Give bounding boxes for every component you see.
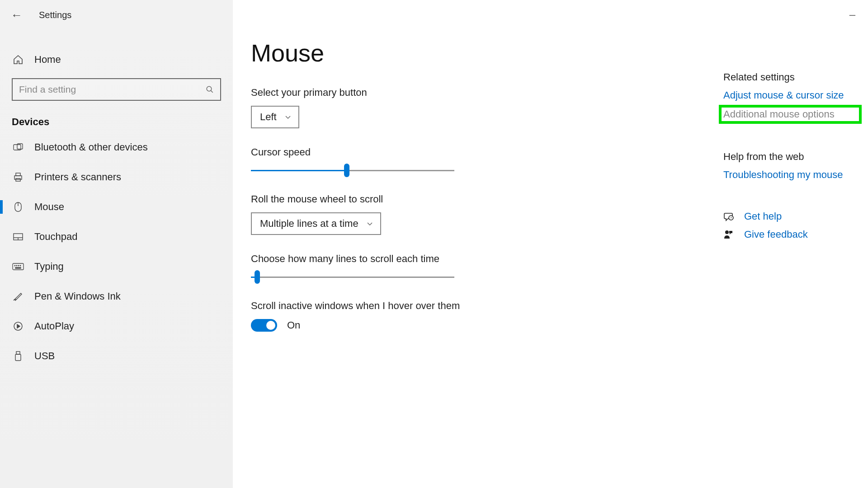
svg-point-14 [16,265,17,266]
sidebar-item-home[interactable]: Home [0,47,233,72]
sidebar-item-label: Bluetooth & other devices [34,141,148,153]
home-icon [12,54,24,65]
svg-text:?: ? [730,216,732,220]
get-help-label: Get help [744,211,782,222]
chevron-down-icon [367,221,373,226]
sidebar-item-label: Typing [34,261,64,272]
search-input-wrapper[interactable] [12,78,221,101]
svg-rect-17 [15,267,21,268]
usb-icon [12,351,24,361]
svg-point-15 [18,265,19,266]
sidebar-item-label: Printers & scanners [34,171,121,183]
sidebar-item-pen[interactable]: Pen & Windows Ink [0,282,233,311]
feedback-icon [723,230,734,239]
scroll-lines-slider[interactable] [251,272,454,282]
slider-thumb[interactable] [255,270,260,284]
svg-point-0 [207,86,212,91]
scroll-wheel-label: Roll the mouse wheel to scroll [251,193,723,205]
search-input[interactable] [19,84,206,95]
back-button[interactable]: ← [11,8,23,22]
primary-button-dropdown[interactable]: Left [251,106,299,128]
mouse-icon [12,202,24,212]
link-troubleshooting-mouse[interactable]: Troubleshooting my mouse [723,169,859,181]
toggle-knob [266,321,275,330]
app-title: Settings [39,10,71,20]
chat-help-icon: ? [723,211,734,221]
touchpad-icon [12,233,24,241]
page-title: Mouse [251,39,723,67]
svg-rect-21 [15,354,21,361]
link-additional-mouse-options[interactable]: Additional mouse options [722,108,859,121]
cursor-speed-slider[interactable] [251,165,454,175]
sidebar-item-label: AutoPlay [34,320,74,332]
sidebar-item-autoplay[interactable]: AutoPlay [0,311,233,341]
give-feedback-label: Give feedback [744,229,808,240]
scroll-wheel-value: Multiple lines at a time [260,218,359,230]
inactive-windows-state: On [287,319,300,331]
inactive-windows-label: Scroll inactive windows when I hover ove… [251,300,723,312]
svg-rect-5 [16,173,20,176]
slider-thumb[interactable] [344,164,349,177]
sidebar: ← Settings Home Devices Bluetooth & othe… [0,0,233,488]
svg-rect-6 [16,178,20,181]
link-adjust-cursor-size[interactable]: Adjust mouse & cursor size [723,89,859,101]
scroll-lines-label: Choose how many lines to scroll each tim… [251,253,723,265]
sidebar-item-usb[interactable]: USB [0,341,233,371]
right-panel: Related settings Adjust mouse & cursor s… [723,0,868,488]
sidebar-item-mouse[interactable]: Mouse [0,192,233,222]
sidebar-item-label: Touchpad [34,231,77,243]
help-from-web-heading: Help from the web [723,151,859,163]
pen-icon [12,291,24,301]
main-content: Mouse Select your primary button Left Cu… [233,0,868,488]
svg-rect-25 [729,231,732,233]
svg-rect-20 [16,352,20,354]
sidebar-item-touchpad[interactable]: Touchpad [0,222,233,252]
cursor-speed-label: Cursor speed [251,146,723,158]
svg-point-16 [20,265,21,266]
primary-button-value: Left [260,111,277,123]
scroll-wheel-dropdown[interactable]: Multiple lines at a time [251,212,381,235]
sidebar-item-label: Pen & Windows Ink [34,291,121,302]
sidebar-item-bluetooth[interactable]: Bluetooth & other devices [0,132,233,162]
sidebar-item-label: USB [34,350,55,362]
search-icon [206,85,214,94]
give-feedback-link[interactable]: Give feedback [723,229,859,240]
keyboard-icon [12,263,24,270]
get-help-link[interactable]: ? Get help [723,211,859,222]
svg-marker-26 [730,233,731,235]
inactive-windows-toggle[interactable] [251,319,277,332]
primary-button-label: Select your primary button [251,87,723,99]
svg-marker-19 [17,324,20,328]
sidebar-item-printers[interactable]: Printers & scanners [0,162,233,192]
printer-icon [12,172,24,182]
autoplay-icon [12,321,24,332]
sidebar-home-label: Home [34,54,61,66]
bluetooth-icon [12,143,24,152]
chevron-down-icon [285,115,291,119]
sidebar-item-label: Mouse [34,201,64,213]
sidebar-category-label: Devices [0,101,233,132]
svg-rect-12 [13,263,24,270]
svg-line-1 [211,90,213,93]
svg-point-13 [14,265,15,266]
svg-point-24 [725,230,729,234]
related-settings-heading: Related settings [723,71,859,83]
sidebar-item-typing[interactable]: Typing [0,252,233,282]
minimize-button[interactable]: – [849,8,855,21]
